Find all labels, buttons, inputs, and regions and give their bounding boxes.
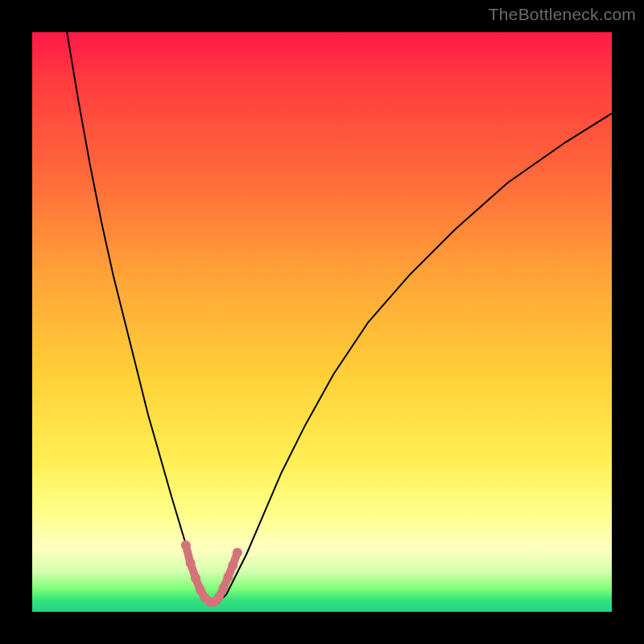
valley-dot bbox=[214, 592, 224, 602]
valley-dot bbox=[191, 573, 200, 583]
watermark-text: TheBottleneck.com bbox=[489, 5, 636, 24]
valley-dot bbox=[228, 560, 237, 570]
chart-frame: TheBottleneck.com bbox=[0, 0, 644, 644]
valley-dot bbox=[219, 583, 229, 592]
chart-svg bbox=[32, 32, 612, 612]
valley-dot bbox=[233, 548, 242, 558]
plot-area bbox=[32, 32, 612, 612]
valley-dot bbox=[186, 559, 196, 568]
valley-dot bbox=[181, 540, 191, 550]
valley-dot bbox=[196, 585, 205, 595]
bottleneck-curve bbox=[67, 32, 612, 603]
valley-dot bbox=[223, 572, 233, 582]
